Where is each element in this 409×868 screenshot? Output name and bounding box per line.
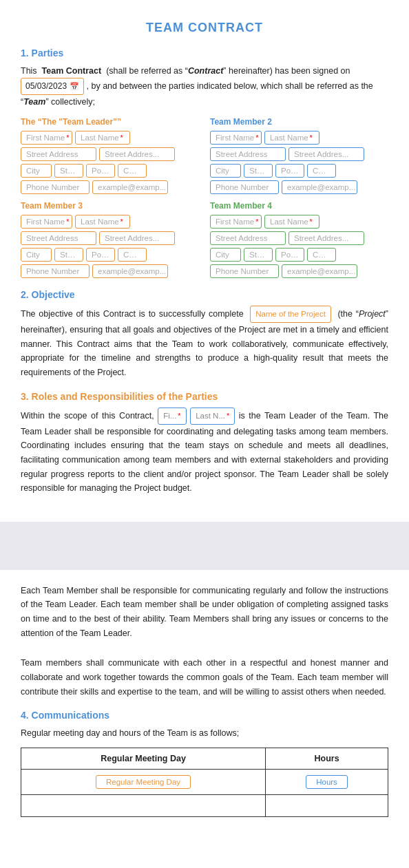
m4-last-name[interactable]: Last Name* (264, 215, 319, 229)
comms-intro: Regular meeting day and hours of the Tea… (21, 726, 388, 741)
m4-street1[interactable]: Street Address (210, 231, 286, 245)
table-col2-header: Hours (266, 748, 388, 769)
m3-last-name[interactable]: Last Name* (75, 215, 130, 229)
m3-street1[interactable]: Street Address (21, 231, 96, 245)
section-comms-title: 4. Communications (21, 710, 388, 721)
m2-state[interactable]: Stat... (244, 164, 273, 178)
m2-street1[interactable]: Street Address (210, 147, 286, 161)
parties-grid: The “The "Team Leader"” First Name* Last… (21, 117, 388, 278)
tl-city[interactable]: City (21, 164, 52, 178)
m2-street2[interactable]: Street Addres... (289, 147, 364, 161)
page2-container: Each Team Member shall be responsible fo… (0, 570, 409, 831)
team-italic: Team (23, 97, 45, 107)
tl-first-name[interactable]: First Name* (21, 131, 72, 145)
date-field[interactable]: 05/03/2023 📅 (21, 78, 84, 95)
m2-first-name[interactable]: First Name* (210, 131, 262, 145)
m4-postal[interactable]: Posta... (275, 248, 304, 262)
m3-postal[interactable]: Posta... (86, 248, 115, 262)
tl-street2[interactable]: Street Addres... (99, 147, 175, 161)
project-name-field[interactable]: Name of the Project (250, 306, 331, 323)
m2-last-name[interactable]: Last Name* (264, 131, 319, 145)
m4-country[interactable]: Coun... (307, 248, 336, 262)
m3-street2[interactable]: Street Addres... (99, 231, 175, 245)
m3-state[interactable]: Stat... (54, 248, 83, 262)
m2-email[interactable]: example@examp...* (282, 180, 357, 194)
member2-block: Team Member 2 First Name* Last Name* Str… (210, 117, 388, 194)
member3-location-row: City Stat... Posta... Coun... (21, 248, 199, 262)
team-leader-location-row: City Stat... Posta... Coun... (21, 164, 199, 178)
roles-paragraph1: Within the scope of this Contract, Fi...… (21, 407, 388, 496)
section-objective-title: 2. Objective (21, 289, 388, 300)
team-leader-name-row: First Name* Last Name* (21, 131, 199, 145)
m4-email[interactable]: example@examp...* (282, 264, 357, 278)
roles-leader-last[interactable]: Last N...* (190, 407, 235, 425)
team-leader-label: The “The "Team Leader"” (21, 117, 199, 127)
roles-leader-first[interactable]: Fi...* (158, 407, 186, 425)
calendar-icon: 📅 (70, 81, 79, 93)
table-row1-col1: Regular Meeting Day (21, 769, 266, 794)
table-row-empty (21, 794, 388, 816)
objective-paragraph: The objective of this Contract is to suc… (21, 306, 388, 379)
hours-field[interactable]: Hours (306, 775, 348, 789)
table-row2-col1 (21, 794, 266, 816)
project-italic: Project (359, 309, 386, 319)
member3-label: Team Member 3 (21, 201, 199, 211)
member2-location-row: City Stat... Posta... Coun... (210, 164, 388, 178)
table-row2-col2 (266, 794, 388, 816)
m2-city[interactable]: City (210, 164, 241, 178)
member4-location-row: City Stat... Posta... Coun... (210, 248, 388, 262)
member3-contact-row: Phone Number example@examp...* (21, 264, 199, 278)
m4-city[interactable]: City (210, 248, 241, 262)
page-container: TEAM CONTRACT 1. Parties This Team Contr… (0, 0, 409, 522)
tl-country[interactable]: Coun... (118, 164, 147, 178)
m3-city[interactable]: City (21, 248, 52, 262)
m3-country[interactable]: Coun... (118, 248, 147, 262)
table-row: Regular Meeting Day Hours (21, 769, 388, 794)
section-roles-title: 3. Roles and Responsibilities of the Par… (21, 391, 388, 402)
member4-contact-row: Phone Number example@examp...* (210, 264, 388, 278)
member3-block: Team Member 3 First Name* Last Name* Str… (21, 201, 199, 278)
member3-name-row: First Name* Last Name* (21, 215, 199, 229)
tl-email[interactable]: example@examp...* (92, 180, 168, 194)
m3-first-name[interactable]: First Name* (21, 215, 72, 229)
section-parties-title: 1. Parties (21, 47, 388, 59)
meeting-day-field[interactable]: Regular Meeting Day (96, 775, 191, 789)
page-break-divider (0, 522, 409, 570)
tl-last-name[interactable]: Last Name* (75, 131, 130, 145)
tl-state[interactable]: Stat... (54, 164, 83, 178)
member2-name-row: First Name* Last Name* (210, 131, 388, 145)
team-leader-contact-row: Phone Number example@examp...* (21, 180, 199, 194)
member4-block: Team Member 4 First Name* Last Name* Str… (210, 201, 388, 278)
table-col1-header: Regular Meeting Day (21, 748, 266, 769)
tl-phone[interactable]: Phone Number (21, 180, 90, 194)
member2-label: Team Member 2 (210, 117, 388, 127)
m3-email[interactable]: example@examp...* (92, 264, 168, 278)
tl-street1[interactable]: Street Address (21, 147, 96, 161)
m2-postal[interactable]: Posta... (275, 164, 304, 178)
team-leader-street-row: Street Address Street Addres... (21, 147, 199, 161)
roles-paragraph2: Each Team Member shall be responsible fo… (21, 584, 388, 641)
page-title: TEAM CONTRACT (21, 21, 388, 35)
roles-paragraph3: Team members shall communicate with each… (21, 656, 388, 699)
contract-italic: Contract (188, 66, 223, 76)
intro-paragraph: This Team Contract (shall be referred as… (21, 64, 388, 109)
member4-street-row: Street Address Street Addres... (210, 231, 388, 245)
m4-street2[interactable]: Street Addres... (289, 231, 364, 245)
team-contract-bold: Team Contract (42, 66, 102, 76)
m4-phone[interactable]: Phone Number (210, 264, 279, 278)
member3-street-row: Street Address Street Addres... (21, 231, 199, 245)
m4-first-name[interactable]: First Name* (210, 215, 262, 229)
m3-phone[interactable]: Phone Number (21, 264, 90, 278)
member4-label: Team Member 4 (210, 201, 388, 211)
member2-contact-row: Phone Number example@examp...* (210, 180, 388, 194)
m4-state[interactable]: Stat... (244, 248, 273, 262)
table-row1-col2: Hours (266, 769, 388, 794)
m2-phone[interactable]: Phone Number (210, 180, 279, 194)
member4-name-row: First Name* Last Name* (210, 215, 388, 229)
meeting-table: Regular Meeting Day Hours Regular Meetin… (21, 748, 388, 817)
team-leader-block: The “The "Team Leader"” First Name* Last… (21, 117, 199, 194)
tl-postal[interactable]: Posta... (86, 164, 115, 178)
member2-street-row: Street Address Street Addres... (210, 147, 388, 161)
m2-country[interactable]: Coun... (307, 164, 336, 178)
